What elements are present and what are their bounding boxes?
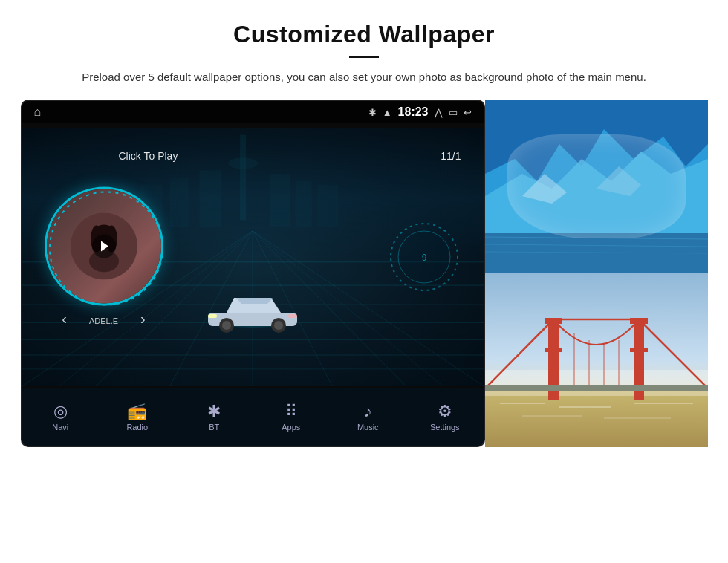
signal-icon: ▲ [383, 107, 392, 118]
nav-apps[interactable]: ⠿ Apps [265, 403, 317, 432]
artist-name: ADEL.E [89, 316, 118, 325]
page-title: Customized Wallpaper [45, 21, 683, 48]
svg-rect-20 [199, 170, 221, 227]
svg-rect-25 [317, 185, 338, 227]
right-gauge: 9 [387, 198, 461, 316]
car-visual [193, 279, 312, 342]
music-icon: ♪ [364, 403, 372, 420]
click-to-play-label[interactable]: Click To Play [119, 150, 178, 162]
nav-bt[interactable]: ✱ BT [188, 403, 240, 432]
thumbnail-glacier[interactable] [485, 100, 708, 273]
back-icon: ↩ [464, 107, 472, 118]
svg-rect-69 [485, 385, 708, 391]
apps-icon: ⠿ [285, 403, 297, 420]
main-content: ⌂ ✱ ▲ 18:23 ⋀ ▭ ↩ [0, 100, 728, 563]
player-navigation: ‹ ADEL.E › [62, 310, 145, 328]
title-divider [349, 56, 379, 58]
prev-button[interactable]: ‹ [62, 310, 67, 328]
radio-icon: 📻 [127, 403, 147, 420]
next-button[interactable]: › [140, 310, 146, 328]
screen-content: Click To Play 11/1 [22, 128, 484, 386]
svg-rect-55 [485, 370, 708, 396]
nav-music[interactable]: ♪ Music [342, 403, 394, 432]
svg-rect-18 [240, 135, 246, 221]
window-icon: ▭ [449, 107, 458, 118]
car-screen: ⌂ ✱ ▲ 18:23 ⋀ ▭ ↩ [21, 100, 485, 447]
page-header: Customized Wallpaper Preload over 5 defa… [0, 0, 728, 100]
bottom-navigation: ◎ Navi 📻 Radio ✱ BT ⠿ Apps ♪ Music ⚙ Set… [22, 388, 484, 446]
svg-marker-47 [522, 174, 567, 204]
music-player[interactable]: ‹ ADEL.E › [45, 187, 163, 328]
date-display: 11/1 [441, 150, 461, 162]
settings-icon: ⚙ [438, 403, 452, 420]
play-icon [101, 241, 108, 252]
navi-icon: ◎ [53, 403, 68, 420]
play-button[interactable] [92, 235, 116, 258]
svg-rect-54 [485, 388, 708, 447]
bluetooth-icon: ✱ [368, 107, 377, 118]
player-circle [45, 187, 163, 306]
thumbnail-bridge[interactable] [485, 273, 708, 447]
svg-marker-48 [597, 166, 641, 196]
radio-label: Radio [126, 423, 148, 432]
expand-icon: ⋀ [435, 107, 443, 118]
nav-settings[interactable]: ⚙ Settings [419, 403, 471, 432]
svg-point-19 [228, 157, 258, 169]
nav-navi[interactable]: ◎ Navi [34, 403, 86, 432]
music-label: Music [357, 423, 379, 432]
svg-text:9: 9 [421, 253, 426, 263]
home-icon: ⌂ [34, 105, 42, 119]
nav-radio[interactable]: 📻 Radio [111, 403, 163, 432]
svg-rect-58 [545, 348, 562, 352]
ice-image [485, 100, 708, 273]
bt-label: BT [209, 423, 219, 432]
svg-rect-22 [269, 174, 290, 227]
bridge-image [485, 273, 708, 447]
svg-rect-23 [295, 181, 311, 227]
svg-rect-21 [169, 178, 188, 227]
svg-point-36 [222, 321, 231, 330]
side-thumbnails [485, 100, 708, 447]
car-svg [193, 279, 312, 339]
svg-rect-39 [208, 314, 217, 318]
svg-rect-40 [288, 314, 297, 318]
apps-label: Apps [282, 423, 300, 432]
svg-rect-61 [630, 348, 648, 352]
svg-rect-44 [485, 100, 708, 189]
status-time: 18:23 [398, 105, 429, 119]
bt-icon: ✱ [207, 403, 221, 420]
status-right: ✱ ▲ 18:23 ⋀ ▭ ↩ [368, 105, 472, 119]
navi-label: Navi [52, 423, 68, 432]
page-description: Preload over 5 default wallpaper options… [74, 68, 654, 86]
svg-point-38 [274, 321, 283, 330]
settings-label: Settings [430, 423, 460, 432]
status-bar: ⌂ ✱ ▲ 18:23 ⋀ ▭ ↩ [22, 101, 484, 123]
